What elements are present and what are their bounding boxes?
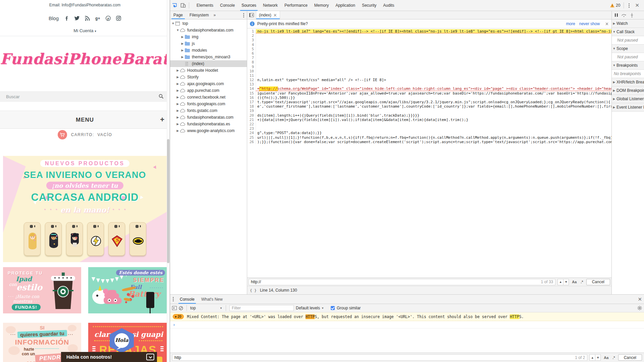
code-line-17[interactable]: 17t.type='text/javascript';script.src="/…: [247, 100, 611, 104]
scrollbar-thumb[interactable]: [167, 139, 169, 263]
code-line-9[interactable]: 9: [247, 65, 611, 69]
blog-link[interactable]: Blog: [49, 15, 59, 21]
code-area[interactable]: 1no-js lt-ie9 lt-ie8 ie7" lang="es-es"><…: [247, 28, 611, 278]
banner-carcasa-android[interactable]: NUEVOS PRODUCTOS SEA INVIERNO O VERANO ¡…: [3, 156, 167, 262]
line-number[interactable]: 13: [247, 82, 256, 86]
code-line-10[interactable]: 10: [247, 69, 611, 73]
line-number[interactable]: 25: [247, 135, 256, 140]
code-line-18[interactable]: 18e','customer_firstname'],lastname:['la…: [247, 104, 611, 109]
line-number[interactable]: 4: [247, 43, 256, 47]
devtools-menu-icon[interactable]: [626, 3, 632, 8]
line-number[interactable]: 8: [247, 60, 256, 64]
search-icon[interactable]: [159, 94, 164, 99]
tree-item-fundasiphonebaratas-es[interactable]: ▶fundasiphonebaratas.es: [170, 121, 247, 127]
tab-audits[interactable]: Audits: [380, 0, 397, 11]
cart-link[interactable]: CARRITO: VACÍO: [0, 130, 170, 139]
line-number[interactable]: 24: [247, 131, 256, 135]
google-plus-icon[interactable]: g+: [95, 16, 100, 21]
pause-icon[interactable]: [614, 13, 618, 17]
regex-toggle[interactable]: .*: [611, 356, 616, 360]
drawer-menu-icon[interactable]: [170, 297, 176, 301]
inspect-element-icon[interactable]: [170, 1, 179, 9]
tree-item-fonts-googleapis-com[interactable]: ▶fonts.googleapis.com: [170, 101, 247, 107]
log-levels-dropdown[interactable]: Default levels▼: [296, 306, 324, 310]
line-number[interactable]: 21: [247, 118, 256, 122]
tab-security[interactable]: Security: [359, 0, 380, 11]
expand-arrow-icon[interactable]: ▶: [176, 82, 179, 85]
tree-item-js[interactable]: ▶js: [170, 40, 247, 47]
code-line-8[interactable]: 8: [247, 60, 611, 64]
code-line-19[interactable]: 19: [247, 109, 611, 113]
line-number[interactable]: 14: [247, 86, 256, 91]
expand-arrow-icon[interactable]: ▼: [171, 22, 175, 25]
tree-item-img[interactable]: ▶img: [170, 34, 247, 40]
pinterest-icon[interactable]: p: [106, 16, 111, 21]
expand-arrow-icon[interactable]: ▼: [612, 64, 616, 67]
tree-item-storify[interactable]: ▶Storify: [170, 74, 247, 80]
expand-arrow-icon[interactable]: ▶: [176, 116, 179, 119]
tab-overflow-chevrons[interactable]: »: [212, 13, 217, 17]
code-line-15[interactable]: 15iguiente';var FancyboxI18nPrev='Anteri…: [247, 91, 611, 96]
code-line-21[interactable]: 21+){data[item]=jQuery(fields[item][i]).…: [247, 118, 611, 122]
find-previous-button[interactable]: ▲: [558, 279, 563, 285]
tab-application[interactable]: Application: [332, 0, 359, 11]
expand-arrow-icon[interactable]: ▶: [181, 42, 184, 45]
console-warning-badge[interactable]: 20: [610, 3, 620, 8]
tab-memory[interactable]: Memory: [311, 0, 332, 11]
expand-arrow-icon[interactable]: ▶: [612, 106, 616, 109]
tree-item-ajax-googleapis-com[interactable]: ▶ajax.googleapis.com: [170, 80, 247, 87]
regex-toggle[interactable]: .*: [580, 280, 584, 284]
code-line-2[interactable]: 2: [247, 34, 611, 38]
chat-widget-button[interactable]: Hola: [110, 328, 134, 353]
line-number[interactable]: 17: [247, 100, 256, 104]
console-settings-icon[interactable]: [637, 306, 642, 310]
console-empty-area[interactable]: [170, 328, 644, 353]
chat-collapse-button[interactable]: [146, 354, 154, 360]
pretty-print-icon[interactable]: { }: [250, 288, 257, 293]
tree-item-connect-facebook-net[interactable]: ▶connect.facebook.net: [170, 94, 247, 101]
infobar-close-icon[interactable]: ✕: [605, 21, 609, 26]
infobar-never-show-link[interactable]: never show: [579, 21, 600, 26]
tree-item-top[interactable]: ▼top: [170, 20, 247, 27]
tab-console[interactable]: Console: [176, 295, 198, 304]
tree-item-fundasiphonebaratas-com[interactable]: ▶fundasiphonebaratas.com: [170, 114, 247, 121]
expand-arrow-icon[interactable]: ▶: [181, 55, 184, 59]
tab-performance[interactable]: Performance: [281, 0, 311, 11]
tree-item-www-google-analytics-com[interactable]: ▶www.google-analytics.com: [170, 127, 247, 134]
expand-arrow-icon[interactable]: ▶: [612, 80, 616, 84]
code-line-6[interactable]: 6: [247, 51, 611, 56]
banner-fundas-ipad[interactable]: PROTEGE TU Ipad con estilo ··· ¡Hazte co…: [3, 267, 81, 313]
tab-whats-new[interactable]: What's New: [198, 295, 226, 304]
code-line-5[interactable]: 5: [247, 47, 611, 51]
clear-console-icon[interactable]: [179, 306, 183, 310]
section-global-listeners[interactable]: ▶Global Listeners: [612, 95, 644, 103]
line-number[interactable]: 22: [247, 122, 256, 126]
line-number[interactable]: 2: [247, 34, 256, 38]
line-number[interactable]: 20: [247, 113, 256, 118]
navigator-menu-icon[interactable]: [240, 13, 247, 17]
step-over-icon[interactable]: [622, 13, 627, 17]
context-selector[interactable]: top▼: [190, 306, 222, 310]
expand-arrow-icon[interactable]: ▼: [612, 47, 616, 50]
tree-item-app-purechat-com[interactable]: ▶app.purechat.com: [170, 87, 247, 94]
console-filter-input[interactable]: Filter: [229, 305, 294, 311]
console-prompt[interactable]: ›: [170, 321, 644, 328]
code-line-16[interactable]: 16(){fn();},500);}}: [247, 96, 611, 100]
line-number[interactable]: 19: [247, 109, 256, 113]
expand-arrow-icon[interactable]: ▶: [181, 35, 184, 39]
expand-arrow-icon[interactable]: ▶: [612, 97, 616, 101]
console-sidebar-icon[interactable]: [172, 306, 177, 310]
devtools-close-icon[interactable]: ✕: [633, 2, 641, 8]
section-event-listener-breakpoints[interactable]: ▶Event Listener Breakpoints: [612, 103, 644, 112]
section-scope[interactable]: ▼Scope: [612, 45, 644, 53]
line-number[interactable]: 7: [247, 56, 256, 60]
tab-console[interactable]: Console: [217, 0, 238, 11]
find-next-button[interactable]: ▼: [563, 279, 569, 285]
expand-arrow-icon[interactable]: ▶: [176, 109, 179, 112]
expand-arrow-icon[interactable]: ▶: [176, 75, 179, 79]
expand-arrow-icon[interactable]: ▶: [176, 122, 179, 126]
rss-icon[interactable]: [85, 16, 90, 21]
expand-arrow-icon[interactable]: ▶: [176, 102, 179, 106]
section-breakpoints[interactable]: ▼Breakpoints: [612, 61, 644, 70]
code-line-13[interactable]: 13: [247, 82, 611, 86]
